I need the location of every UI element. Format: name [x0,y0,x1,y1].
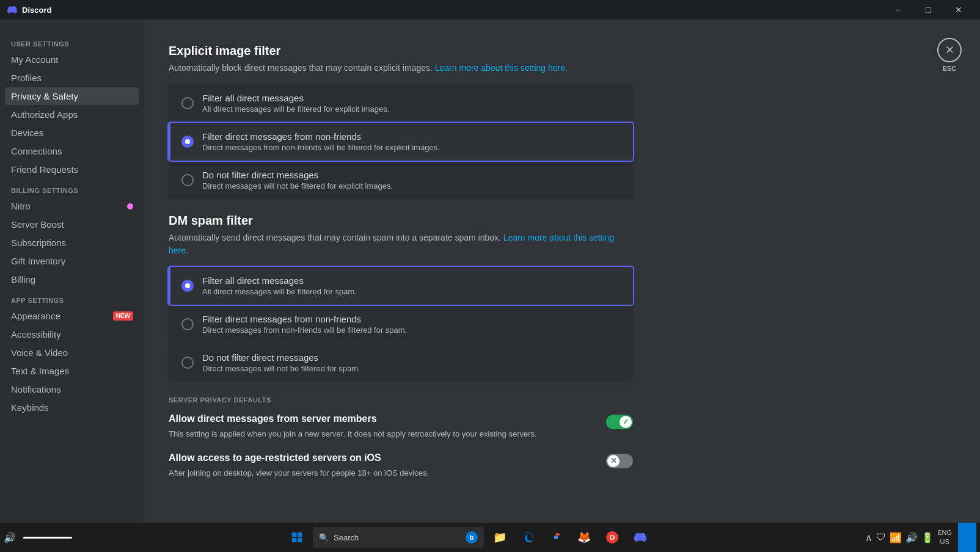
taskbar-file-explorer[interactable]: 📁 [488,525,512,550]
toggle-x-icon: ✕ [610,456,617,465]
filter-all-dm-spam-radio[interactable] [181,280,194,292]
title-bar-controls: − □ ✕ [883,0,973,20]
sidebar-item-privacy-safety[interactable]: Privacy & Safety [5,87,139,105]
filter-all-dm-explicit-option[interactable]: Filter all direct messages All direct me… [169,84,633,122]
language-label: ENG [937,528,952,537]
taskbar-app5[interactable]: 🦊 [572,525,596,550]
battery-icon[interactable]: 🔋 [921,532,934,543]
sidebar-item-connections[interactable]: Connections [5,142,139,160]
start-button[interactable] [285,525,309,550]
app-title: Discord [22,5,51,15]
title-bar-left: Discord [7,5,51,15]
toggle-knob: ✓ [620,416,632,428]
age-restricted-title: Allow access to age-restricted servers o… [169,452,594,463]
filter-non-friends-explicit-radio[interactable] [181,136,194,148]
edge-icon [522,531,534,543]
sidebar-item-server-boost[interactable]: Server Boost [5,216,139,233]
age-restricted-desc: After joining on desktop, view your serv… [169,467,594,479]
filter-all-dm-explicit-radio[interactable] [181,97,194,109]
chrome-icon [550,531,562,543]
sidebar-item-accessibility[interactable]: Accessibility [5,325,139,343]
age-restricted-section: Allow access to age-restricted servers o… [169,452,633,479]
filter-all-dm-spam-text: Filter all direct messages All direct me… [202,275,357,296]
new-badge: NEW [113,311,133,321]
maximize-button[interactable]: □ [914,0,942,20]
taskbar-discord[interactable] [628,525,653,550]
close-button[interactable]: ✕ [945,0,973,20]
sidebar-item-gift-inventory[interactable]: Gift Inventory [5,252,139,270]
sidebar-item-notifications[interactable]: Notifications [5,380,139,398]
sidebar-item-authorized-apps[interactable]: Authorized Apps [5,106,139,123]
minimize-button[interactable]: − [883,0,912,20]
system-tray: ∧ 🛡 📶 🔊 🔋 ENG US [865,528,952,547]
app-settings-label: APP SETTINGS [5,293,139,307]
sidebar-item-voice-video[interactable]: Voice & Video [5,344,139,361]
sidebar-item-devices[interactable]: Devices [5,124,139,142]
taskbar-app6[interactable]: O [600,525,624,550]
search-placeholder: Search [334,533,359,542]
esc-circle-icon: ✕ [937,38,962,62]
sidebar-item-keybinds[interactable]: Keybinds [5,399,139,416]
sidebar-item-profiles[interactable]: Profiles [5,69,139,87]
allow-dm-toggle[interactable]: ✓ [606,415,633,429]
region-label: US [937,537,952,547]
settings-content: ✕ ESC Explicit image filter Automaticall… [144,20,980,523]
title-bar: Discord − □ ✕ [0,0,980,20]
taskbar-left: 🔊 [4,532,72,543]
no-filter-spam-option[interactable]: Do not filter direct messages Direct mes… [169,344,633,382]
taskbar-accent [958,523,976,552]
sidebar: USER SETTINGS My Account Profiles Privac… [0,20,144,523]
no-filter-explicit-radio[interactable] [181,174,194,186]
no-filter-explicit-option[interactable]: Do not filter direct messages Direct mes… [169,161,633,199]
sidebar-item-my-account[interactable]: My Account [5,51,139,68]
app-body: USER SETTINGS My Account Profiles Privac… [0,20,980,523]
windows-logo-icon [291,532,302,543]
volume-bar[interactable] [23,537,72,539]
age-restricted-row: Allow access to age-restricted servers o… [169,452,633,479]
svg-point-5 [554,536,558,539]
taskbar-chrome[interactable] [544,525,568,550]
filter-all-dm-explicit-text: Filter all direct messages All direct me… [202,93,389,114]
sidebar-item-subscriptions[interactable]: Subscriptions [5,234,139,252]
explicit-filter-learn-more-link[interactable]: Learn more about this setting here. [435,63,568,73]
explicit-filter-subtitle: Automatically block direct messages that… [169,62,633,74]
content-wrapper: Explicit image filter Automatically bloc… [169,44,633,479]
discord-logo-icon [7,5,17,15]
billing-settings-label: BILLING SETTINGS [5,183,139,197]
search-icon: 🔍 [319,533,329,542]
svg-rect-0 [292,532,297,537]
age-restricted-text: Allow access to age-restricted servers o… [169,452,594,479]
filter-non-friends-explicit-option[interactable]: Filter direct messages from non-friends … [169,123,633,161]
taskbar-right: ∧ 🛡 📶 🔊 🔋 ENG US [865,523,976,552]
sidebar-item-appearance[interactable]: Appearance NEW [5,307,139,325]
chevron-up-icon[interactable]: ∧ [865,532,872,543]
allow-dm-row: Allow direct messages from server member… [169,413,633,440]
language-time[interactable]: ENG US [937,528,952,547]
sidebar-item-friend-requests[interactable]: Friend Requests [5,161,139,178]
svg-rect-3 [298,538,302,543]
svg-rect-2 [292,538,297,543]
sidebar-item-billing[interactable]: Billing [5,271,139,288]
esc-button[interactable]: ✕ ESC [937,38,962,72]
wifi-icon[interactable]: 📶 [890,532,902,543]
explicit-filter-options: Filter all direct messages All direct me… [169,84,633,199]
sidebar-item-text-images[interactable]: Text & Images [5,362,139,380]
age-restricted-toggle[interactable]: ✕ [606,454,633,468]
toggle-check-icon: ✓ [623,418,629,426]
filter-all-dm-spam-option[interactable]: Filter all direct messages All direct me… [169,267,633,305]
taskbar: 🔊 🔍 Search b 📁 [0,523,980,552]
no-filter-explicit-text: Do not filter direct messages Direct mes… [202,170,393,191]
allow-dm-desc: This setting is applied when you join a … [169,428,594,440]
shield-icon[interactable]: 🛡 [876,532,886,543]
taskbar-edge[interactable] [516,525,540,550]
search-bar[interactable]: 🔍 Search b [313,527,484,548]
no-filter-spam-text: Do not filter direct messages Direct mes… [202,352,360,373]
sidebar-item-nitro[interactable]: Nitro [5,197,139,215]
speaker-icon[interactable]: 🔊 [905,532,918,543]
dm-spam-filter-options: Filter all direct messages All direct me… [169,267,633,382]
no-filter-spam-radio[interactable] [181,357,194,369]
filter-non-friends-spam-text: Filter direct messages from non-friends … [202,314,407,335]
bing-icon: b [466,531,478,543]
filter-non-friends-spam-radio[interactable] [181,318,194,330]
filter-non-friends-spam-option[interactable]: Filter direct messages from non-friends … [169,305,633,343]
